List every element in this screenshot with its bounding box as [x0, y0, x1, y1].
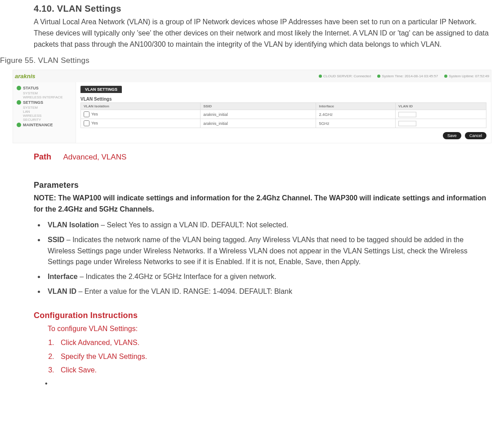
status-dot-icon	[17, 100, 21, 105]
sidebar-subitem[interactable]: WIRELESS INTERFACE	[15, 95, 76, 99]
screenshot-panel: araknis CLOUD SERVER: Connected System T…	[13, 70, 491, 143]
sidebar-subitem[interactable]: LAN	[15, 110, 76, 114]
sidebar-item-maintenance[interactable]: MAINTENANCE	[15, 122, 76, 128]
status-dot-icon	[17, 86, 21, 90]
system-time-text: System Time: 2014-08-14 03:45:57	[382, 74, 438, 78]
cancel-button[interactable]: Cancel	[465, 132, 486, 139]
parameter-list: VLAN Isolation – Select Yes to assign a …	[45, 220, 491, 297]
cloud-status-text: CLOUD SERVER: Connected	[323, 74, 371, 78]
iface-cell: 2.4GHz	[316, 110, 396, 119]
intro-paragraph: A Virtual Local Area Network (VLAN) is a…	[34, 17, 491, 50]
iso-label: Yes	[91, 112, 98, 116]
ssid-cell: araknis_initial	[201, 119, 316, 128]
config-heading: Configuration Instructions	[34, 311, 504, 320]
sidebar: STATUS SYSTEM WIRELESS INTERFACE SETTING…	[13, 82, 76, 143]
sidebar-subitem[interactable]: SYSTEM	[15, 91, 76, 95]
param-desc: – Indicates the 2.4GHz or 5GHz Interface…	[78, 273, 277, 280]
cloud-status: CLOUD SERVER: Connected	[319, 74, 371, 78]
save-button[interactable]: Save	[443, 132, 461, 139]
path-line: Path Advanced, VLANS	[34, 152, 504, 162]
list-item: VLAN ID – Enter a value for the VLAN ID.…	[45, 286, 491, 297]
param-term: SSID	[48, 236, 64, 243]
vlan-isolation-checkbox[interactable]	[84, 120, 89, 126]
steps-list: Click Advanced, VLANS. Specify the VLAN …	[56, 336, 504, 377]
tab-vlan-settings[interactable]: VLAN SETTINGS	[80, 86, 122, 93]
sidebar-label: STATUS	[23, 86, 39, 90]
sidebar-item-settings[interactable]: SETTINGS	[15, 99, 76, 106]
list-item: SSID – Indicates the network name of the…	[45, 234, 491, 268]
path-value: Advanced, VLANS	[63, 153, 126, 161]
iso-label: Yes	[91, 121, 98, 125]
system-time: System Time: 2014-08-14 03:45:57	[377, 74, 438, 78]
param-desc: – Select Yes to assign a VLAN ID. DEFAUL…	[99, 221, 288, 229]
status-dot-icon	[319, 75, 322, 78]
figure-caption: Figure 55. VLAN Settings	[0, 56, 504, 65]
sidebar-subitem[interactable]: SYSTEM	[15, 106, 76, 110]
vlan-table: VLAN Isolation SSID Interface VLAN ID Ye…	[80, 102, 486, 128]
col-vlan-id: VLAN ID	[396, 103, 486, 110]
col-ssid: SSID	[201, 103, 316, 110]
iface-cell: 5GHz	[316, 119, 396, 128]
list-item: VLAN Isolation – Select Yes to assign a …	[45, 220, 491, 231]
parameters-heading: Parameters	[34, 181, 504, 190]
screenshot-main: VLAN SETTINGS VLAN Settings VLAN Isolati…	[76, 82, 491, 143]
sidebar-label: SETTINGS	[23, 100, 43, 105]
screenshot-topbar: araknis CLOUD SERVER: Connected System T…	[13, 70, 491, 82]
sidebar-label: MAINTENANCE	[23, 123, 53, 127]
sidebar-item-status[interactable]: STATUS	[15, 85, 76, 91]
status-dot-icon	[17, 123, 21, 127]
step-item: Click Save.	[56, 364, 504, 377]
path-label: Path	[34, 152, 51, 161]
uptime-text: System Uptime: 07:52:49	[449, 74, 489, 78]
vlan-isolation-checkbox[interactable]	[84, 111, 89, 117]
table-row: Yes araknis_initial 5GHz	[81, 119, 486, 128]
param-term: VLAN ID	[48, 288, 76, 295]
step-item: Specify the VLAN Settings.	[56, 350, 504, 363]
list-item: Interface – Indicates the 2.4GHz or 5GHz…	[45, 271, 491, 283]
logo: araknis	[15, 73, 36, 80]
system-uptime: System Uptime: 07:52:49	[444, 74, 489, 78]
config-intro: To configure VLAN Settings:	[48, 325, 504, 333]
param-desc: – Indicates the network name of the VLAN…	[48, 236, 468, 266]
sidebar-subitem[interactable]: WIRELESS	[15, 114, 76, 118]
step-item: Click Advanced, VLANS.	[56, 336, 504, 350]
sidebar-subitem[interactable]: SECURITY	[15, 118, 76, 122]
vlan-id-input[interactable]	[398, 121, 416, 126]
table-row: Yes araknis_initial 2.4GHz	[81, 110, 486, 119]
status-dot-icon	[377, 75, 380, 78]
col-interface: Interface	[316, 103, 396, 110]
status-dot-icon	[444, 75, 447, 78]
param-desc: – Enter a value for the VLAN ID. RANGE: …	[76, 288, 292, 295]
param-term: VLAN Isolation	[48, 221, 99, 229]
ssid-cell: araknis_initial	[201, 110, 316, 119]
panel-title: VLAN Settings	[80, 97, 486, 102]
vlan-id-input[interactable]	[398, 112, 416, 117]
col-vlan-isolation: VLAN Isolation	[81, 103, 201, 110]
note-text: NOTE: The WAP100 will indicate settings …	[34, 193, 491, 215]
section-title: 4.10. VLAN Settings	[34, 4, 504, 14]
trailing-bullet: •	[45, 380, 504, 388]
param-term: Interface	[48, 273, 78, 280]
